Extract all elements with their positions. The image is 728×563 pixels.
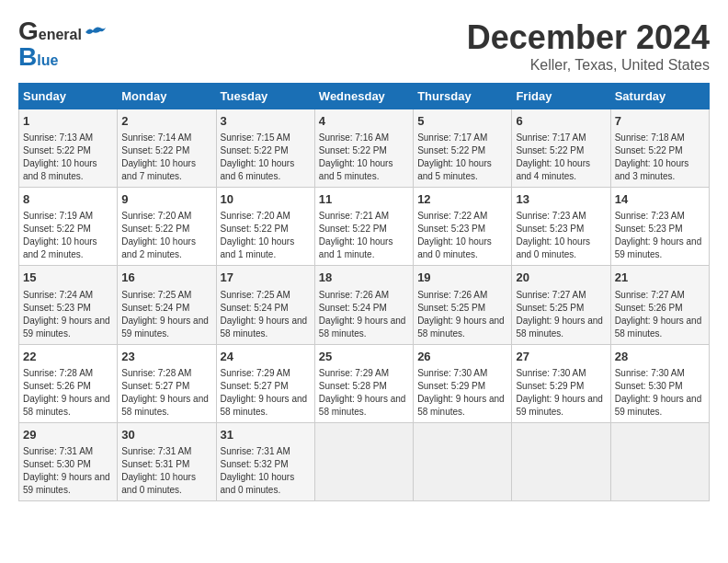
day-number: 24	[221, 349, 311, 365]
calendar-cell: 1Sunrise: 7:13 AMSunset: 5:22 PMDaylight…	[19, 109, 118, 188]
day-number: 17	[221, 270, 311, 286]
calendar-cell: 19Sunrise: 7:26 AMSunset: 5:25 PMDayligh…	[414, 266, 512, 344]
day-info: Sunrise: 7:13 AMSunset: 5:22 PMDaylight:…	[23, 132, 113, 183]
day-number: 15	[23, 270, 113, 286]
page-header: G eneral B lue December 2024 Keller, Tex…	[18, 18, 710, 74]
logo-b: B	[18, 44, 37, 70]
day-info: Sunrise: 7:27 AMSunset: 5:26 PMDaylight:…	[615, 289, 705, 340]
day-info: Sunrise: 7:30 AMSunset: 5:29 PMDaylight:…	[417, 367, 507, 419]
day-info: Sunrise: 7:22 AMSunset: 5:23 PMDaylight:…	[417, 210, 507, 261]
day-number: 4	[319, 113, 409, 130]
calendar-cell: 17Sunrise: 7:25 AMSunset: 5:24 PMDayligh…	[216, 266, 314, 344]
day-info: Sunrise: 7:29 AMSunset: 5:28 PMDaylight:…	[319, 367, 409, 419]
title-area: December 2024 Keller, Texas, United Stat…	[467, 18, 710, 74]
day-info: Sunrise: 7:19 AMSunset: 5:22 PMDaylight:…	[23, 210, 113, 261]
calendar-cell	[512, 422, 610, 500]
day-number: 11	[319, 191, 409, 208]
calendar-cell: 25Sunrise: 7:29 AMSunset: 5:28 PMDayligh…	[314, 344, 413, 422]
month-title: December 2024	[467, 18, 710, 57]
calendar-cell: 26Sunrise: 7:30 AMSunset: 5:29 PMDayligh…	[414, 344, 512, 422]
day-info: Sunrise: 7:23 AMSunset: 5:23 PMDaylight:…	[516, 210, 606, 261]
day-info: Sunrise: 7:26 AMSunset: 5:25 PMDaylight:…	[417, 289, 507, 340]
day-number: 16	[121, 270, 211, 286]
col-header-wednesday: Wednesday	[314, 84, 413, 109]
calendar-cell: 16Sunrise: 7:25 AMSunset: 5:24 PMDayligh…	[118, 266, 216, 344]
col-header-saturday: Saturday	[610, 84, 709, 109]
calendar-cell: 21Sunrise: 7:27 AMSunset: 5:26 PMDayligh…	[610, 266, 709, 344]
calendar-week-row: 1Sunrise: 7:13 AMSunset: 5:22 PMDaylight…	[19, 109, 710, 188]
day-number: 10	[221, 191, 311, 208]
day-info: Sunrise: 7:31 AMSunset: 5:30 PMDaylight:…	[23, 445, 113, 497]
day-info: Sunrise: 7:28 AMSunset: 5:26 PMDaylight:…	[23, 367, 113, 419]
day-info: Sunrise: 7:28 AMSunset: 5:27 PMDaylight:…	[121, 367, 211, 419]
calendar-cell: 11Sunrise: 7:21 AMSunset: 5:22 PMDayligh…	[314, 188, 413, 266]
day-info: Sunrise: 7:25 AMSunset: 5:24 PMDaylight:…	[221, 289, 311, 340]
bird-icon	[84, 25, 106, 40]
day-number: 14	[615, 191, 705, 208]
day-info: Sunrise: 7:30 AMSunset: 5:29 PMDaylight:…	[516, 367, 606, 419]
calendar-cell: 22Sunrise: 7:28 AMSunset: 5:26 PMDayligh…	[19, 344, 118, 422]
day-info: Sunrise: 7:16 AMSunset: 5:22 PMDaylight:…	[319, 132, 409, 183]
day-number: 30	[121, 427, 211, 443]
location-title: Keller, Texas, United States	[467, 57, 710, 74]
calendar-cell: 12Sunrise: 7:22 AMSunset: 5:23 PMDayligh…	[414, 188, 512, 266]
day-number: 26	[417, 349, 507, 365]
col-header-friday: Friday	[512, 84, 610, 109]
day-info: Sunrise: 7:26 AMSunset: 5:24 PMDaylight:…	[319, 289, 409, 340]
calendar-cell: 4Sunrise: 7:16 AMSunset: 5:22 PMDaylight…	[314, 109, 413, 188]
calendar-cell: 5Sunrise: 7:17 AMSunset: 5:22 PMDaylight…	[414, 109, 512, 188]
calendar-header-row: SundayMondayTuesdayWednesdayThursdayFrid…	[19, 84, 710, 109]
calendar-cell: 24Sunrise: 7:29 AMSunset: 5:27 PMDayligh…	[216, 344, 314, 422]
day-info: Sunrise: 7:21 AMSunset: 5:22 PMDaylight:…	[319, 210, 409, 261]
day-info: Sunrise: 7:23 AMSunset: 5:23 PMDaylight:…	[615, 210, 705, 261]
day-info: Sunrise: 7:24 AMSunset: 5:23 PMDaylight:…	[23, 289, 113, 340]
day-info: Sunrise: 7:29 AMSunset: 5:27 PMDaylight:…	[221, 367, 311, 419]
day-info: Sunrise: 7:31 AMSunset: 5:32 PMDaylight:…	[221, 445, 311, 497]
day-info: Sunrise: 7:17 AMSunset: 5:22 PMDaylight:…	[516, 132, 606, 183]
calendar-cell: 6Sunrise: 7:17 AMSunset: 5:22 PMDaylight…	[512, 109, 610, 188]
day-number: 20	[516, 270, 606, 286]
day-number: 25	[319, 349, 409, 365]
logo-g: G	[18, 18, 39, 44]
day-info: Sunrise: 7:14 AMSunset: 5:22 PMDaylight:…	[121, 132, 211, 183]
day-number: 2	[121, 113, 211, 130]
day-number: 1	[23, 113, 113, 130]
calendar-cell: 3Sunrise: 7:15 AMSunset: 5:22 PMDaylight…	[216, 109, 314, 188]
calendar-cell: 28Sunrise: 7:30 AMSunset: 5:30 PMDayligh…	[610, 344, 709, 422]
logo-eneral: eneral	[39, 27, 82, 43]
day-number: 19	[417, 270, 507, 286]
day-number: 29	[23, 427, 113, 443]
calendar-cell	[610, 422, 709, 500]
day-number: 13	[516, 191, 606, 208]
calendar-cell: 9Sunrise: 7:20 AMSunset: 5:22 PMDaylight…	[118, 188, 216, 266]
col-header-tuesday: Tuesday	[216, 84, 314, 109]
day-info: Sunrise: 7:30 AMSunset: 5:30 PMDaylight:…	[615, 367, 705, 419]
calendar-cell: 30Sunrise: 7:31 AMSunset: 5:31 PMDayligh…	[118, 422, 216, 500]
calendar-cell: 29Sunrise: 7:31 AMSunset: 5:30 PMDayligh…	[19, 422, 118, 500]
logo: G eneral B lue	[18, 18, 106, 70]
calendar-cell	[314, 422, 413, 500]
day-info: Sunrise: 7:25 AMSunset: 5:24 PMDaylight:…	[121, 289, 211, 340]
col-header-sunday: Sunday	[19, 84, 118, 109]
calendar-week-row: 22Sunrise: 7:28 AMSunset: 5:26 PMDayligh…	[19, 344, 710, 422]
calendar-cell: 15Sunrise: 7:24 AMSunset: 5:23 PMDayligh…	[19, 266, 118, 344]
day-number: 22	[23, 349, 113, 365]
day-number: 3	[221, 113, 311, 130]
day-number: 9	[121, 191, 211, 208]
day-number: 27	[516, 349, 606, 365]
calendar-cell	[414, 422, 512, 500]
calendar-cell: 14Sunrise: 7:23 AMSunset: 5:23 PMDayligh…	[610, 188, 709, 266]
day-info: Sunrise: 7:20 AMSunset: 5:22 PMDaylight:…	[121, 210, 211, 261]
day-info: Sunrise: 7:31 AMSunset: 5:31 PMDaylight:…	[121, 445, 211, 497]
day-number: 21	[615, 270, 705, 286]
day-number: 12	[417, 191, 507, 208]
col-header-monday: Monday	[118, 84, 216, 109]
calendar-cell: 13Sunrise: 7:23 AMSunset: 5:23 PMDayligh…	[512, 188, 610, 266]
calendar-cell: 7Sunrise: 7:18 AMSunset: 5:22 PMDaylight…	[610, 109, 709, 188]
day-number: 7	[615, 113, 705, 130]
calendar-week-row: 8Sunrise: 7:19 AMSunset: 5:22 PMDaylight…	[19, 188, 710, 266]
calendar-cell: 23Sunrise: 7:28 AMSunset: 5:27 PMDayligh…	[118, 344, 216, 422]
logo-lue: lue	[37, 52, 58, 69]
day-number: 5	[417, 113, 507, 130]
col-header-thursday: Thursday	[414, 84, 512, 109]
